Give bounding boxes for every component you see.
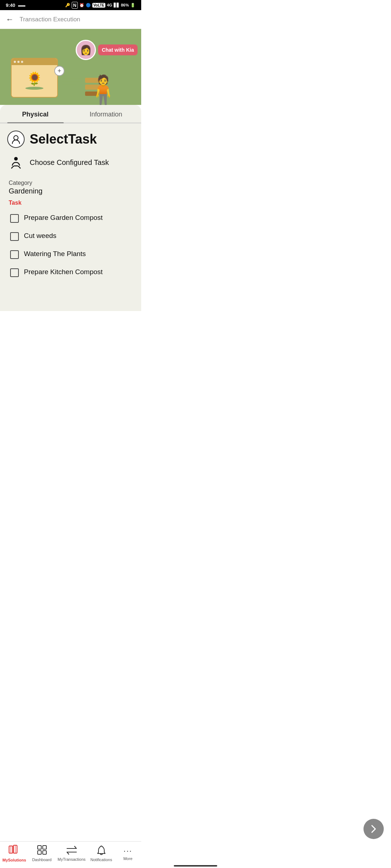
task-text-2: Cut weeds <box>24 231 56 241</box>
flower-illustration: 🌻 <box>25 72 43 85</box>
content-card: Physical Information SelectTask <box>0 105 141 311</box>
choose-task-icon <box>7 154 25 171</box>
chat-label[interactable]: Chat with Kia <box>98 44 138 55</box>
browser-window: 🌻 <box>11 58 58 98</box>
task-text-4: Prepare Kitchen Compost <box>24 268 103 277</box>
back-button[interactable]: ← <box>6 15 14 24</box>
task-label: Task <box>7 200 134 206</box>
task-checkbox-3[interactable] <box>10 250 19 259</box>
task-item-4: Prepare Kitchen Compost <box>10 264 134 281</box>
task-text-3: Watering The Plants <box>24 250 86 259</box>
character-illustration: 🧍 <box>85 76 121 105</box>
category-label: Category <box>7 180 134 186</box>
hero-banner: 🌻 + 🧍 👩 Chat with Kia <box>0 29 141 105</box>
task-checkbox-2[interactable] <box>10 232 19 241</box>
task-item-2: Cut weeds <box>10 228 134 244</box>
task-item-3: Watering The Plants <box>10 246 134 263</box>
svg-point-2 <box>14 157 18 161</box>
select-task-icon <box>7 131 25 148</box>
task-item-1: Prepare Garden Compost <box>10 210 134 226</box>
tab-bar: Physical Information <box>0 105 141 123</box>
task-list: Prepare Garden Compost Cut weeds Waterin… <box>7 210 134 281</box>
status-time: 9:40 ▬▬ <box>6 3 25 8</box>
top-nav: ← Transaction Execution <box>0 10 141 29</box>
task-checkbox-4[interactable] <box>10 268 19 277</box>
chat-bubble[interactable]: 👩 Chat with Kia <box>76 40 138 60</box>
section-title-row: SelectTask <box>7 131 134 148</box>
chat-avatar: 👩 <box>76 40 96 60</box>
plus-button[interactable]: + <box>54 66 64 76</box>
status-icons: 🔑 N ⏰ 🔵 VoLTE 4G ▋▋ 86% 🔋 <box>65 2 135 9</box>
hero-illustration: 🌻 + 🧍 👩 Chat with Kia <box>0 29 141 105</box>
page-title: Transaction Execution <box>20 16 80 23</box>
section-title: SelectTask <box>30 132 97 147</box>
task-checkbox-1[interactable] <box>10 214 19 223</box>
tab-information[interactable]: Information <box>71 105 141 123</box>
svg-point-0 <box>14 136 18 140</box>
status-bar: 9:40 ▬▬ 🔑 N ⏰ 🔵 VoLTE 4G ▋▋ 86% 🔋 <box>0 0 141 10</box>
card-content: SelectTask Choose Configured Task Catego… <box>0 123 141 284</box>
choose-task-row: Choose Configured Task <box>7 154 134 171</box>
task-text-1: Prepare Garden Compost <box>24 213 103 222</box>
category-value: Gardening <box>7 187 134 195</box>
choose-task-label: Choose Configured Task <box>30 158 109 167</box>
tab-physical[interactable]: Physical <box>0 105 71 123</box>
